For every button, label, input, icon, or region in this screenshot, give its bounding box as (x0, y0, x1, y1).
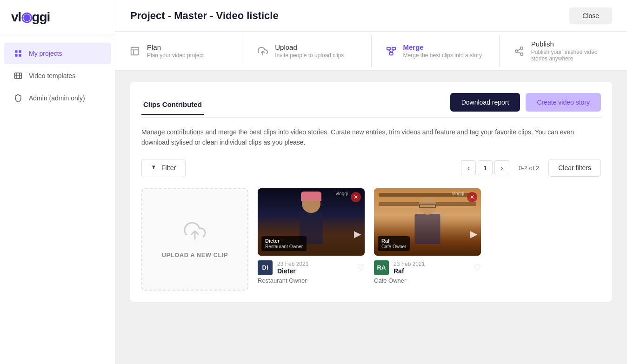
sidebar-item-label: Admin (admin only) (29, 94, 85, 102)
current-page: 1 (478, 160, 493, 175)
step-publish[interactable]: Publish Publish your finished video stor… (500, 32, 627, 70)
sidebar-item-my-projects[interactable]: My projects (4, 43, 111, 64)
progress-steps: Plan Plan your video project Upload Invi… (115, 32, 627, 71)
tab-clips-contributed[interactable]: Clips Contributed (141, 95, 204, 115)
page-title: Project - Master - Video listicle (130, 10, 279, 22)
contributor-tag: Dieter Restaurant Owner (261, 236, 307, 251)
upload-label: UPLOAD A NEW CLIP (162, 251, 228, 258)
upload-icon (256, 45, 269, 58)
thumb-overlay: Dieter Restaurant Owner (258, 232, 365, 256)
clip-role: Restaurant Owner (258, 277, 365, 284)
download-report-button[interactable]: Download report (450, 93, 520, 112)
filter-bar: Filter ‹ 1 › 0-2 of 2 Clear filters (141, 159, 601, 177)
favorite-button[interactable]: ♡ (357, 263, 365, 273)
content-header: Clips Contributed Download report Create… (141, 93, 601, 118)
clip-thumbnail: vloggi ✕ Dieter Restaurant Owner ▶ (258, 188, 365, 256)
clip-card[interactable]: vloggi ✕ Raf Cafe Owner ▶ (374, 188, 481, 291)
main-area: Project - Master - Video listicle Close … (115, 0, 627, 364)
shield-icon (13, 93, 23, 103)
clip-role: Cafe Owner (374, 277, 481, 284)
sidebar-item-label: Video templates (29, 72, 75, 79)
favorite-button[interactable]: ♡ (474, 263, 481, 273)
svg-line-20 (518, 52, 520, 53)
svg-rect-8 (131, 47, 139, 55)
svg-point-19 (520, 53, 523, 55)
svg-line-21 (518, 48, 520, 50)
remove-clip-button[interactable]: ✕ (351, 192, 361, 202)
cloud-upload-icon (184, 220, 206, 244)
clip-meta: DI 23 Feb 2021 Dieter ♡ (258, 260, 365, 275)
publish-icon (513, 45, 526, 58)
filter-right: ‹ 1 › 0-2 of 2 Clear filters (461, 159, 601, 177)
plan-icon (128, 45, 141, 58)
logo-watermark: vloggi (336, 191, 348, 196)
filter-button[interactable]: Filter (141, 159, 186, 177)
clips-grid: UPLOAD A NEW CLIP vloggi ✕ (141, 188, 601, 291)
content-area: Clips Contributed Download report Create… (115, 71, 627, 364)
description-text: Manage contributions and merge the best … (141, 127, 601, 148)
header-actions: Download report Create video story (450, 93, 601, 112)
remove-clip-button[interactable]: ✕ (467, 192, 477, 202)
avatar: DI (258, 260, 273, 275)
play-indicator: ▶ (354, 228, 361, 239)
prev-page-button[interactable]: ‹ (461, 160, 476, 175)
film-icon (13, 71, 23, 81)
content-card: Clips Contributed Download report Create… (130, 82, 612, 302)
clear-filters-button[interactable]: Clear filters (548, 159, 601, 177)
upload-new-clip-card[interactable]: UPLOAD A NEW CLIP (141, 188, 248, 291)
pagination: ‹ 1 › (461, 160, 509, 175)
sidebar: vl◉ggi My projects Video templates Admin… (0, 0, 115, 364)
sidebar-nav: My projects Video templates Admin (admin… (0, 34, 115, 117)
sidebar-item-label: My projects (29, 50, 62, 57)
page-header: Project - Master - Video listicle Close (115, 0, 627, 32)
clip-card[interactable]: vloggi ✕ Dieter Restaurant Owner ▶ (258, 188, 365, 291)
clip-date: 23 Feb 2021 (277, 261, 308, 267)
clip-date: 23 Feb 2021 (394, 261, 425, 267)
svg-rect-2 (15, 54, 17, 57)
sidebar-item-video-templates[interactable]: Video templates (4, 65, 111, 86)
thumb-overlay: Raf Cafe Owner (374, 232, 481, 256)
contributor-tag: Raf Cafe Owner (378, 236, 410, 251)
merge-icon (385, 45, 398, 58)
clip-name: Raf (394, 267, 425, 275)
filter-icon (151, 164, 158, 172)
clip-meta: RA 23 Feb 2021 Raf ♡ (374, 260, 481, 275)
svg-rect-13 (392, 47, 395, 50)
clip-name: Dieter (277, 267, 308, 275)
svg-rect-1 (19, 50, 21, 53)
svg-point-18 (515, 50, 518, 53)
avatar: RA (374, 260, 389, 275)
tab-list: Clips Contributed (141, 95, 217, 115)
svg-rect-12 (387, 47, 390, 50)
logo-watermark: vloggi (452, 191, 464, 196)
create-video-story-button[interactable]: Create video story (526, 93, 601, 112)
sidebar-item-admin[interactable]: Admin (admin only) (4, 87, 111, 109)
step-merge[interactable]: Merge Merge the best clips into a story (372, 35, 500, 67)
close-button[interactable]: Close (569, 7, 612, 24)
clip-thumbnail: vloggi ✕ Raf Cafe Owner ▶ (374, 188, 481, 256)
svg-point-17 (520, 46, 523, 49)
logo: vl◉ggi (0, 0, 115, 34)
play-indicator: ▶ (470, 228, 477, 239)
svg-rect-14 (389, 52, 393, 55)
svg-rect-3 (19, 54, 21, 57)
next-page-button[interactable]: › (494, 160, 509, 175)
step-plan[interactable]: Plan Plan your video project (115, 35, 243, 67)
step-upload[interactable]: Upload Invite people to upload clips (243, 35, 371, 67)
grid-icon (13, 48, 23, 59)
page-info: 0-2 of 2 (519, 165, 539, 172)
svg-rect-0 (15, 50, 17, 53)
